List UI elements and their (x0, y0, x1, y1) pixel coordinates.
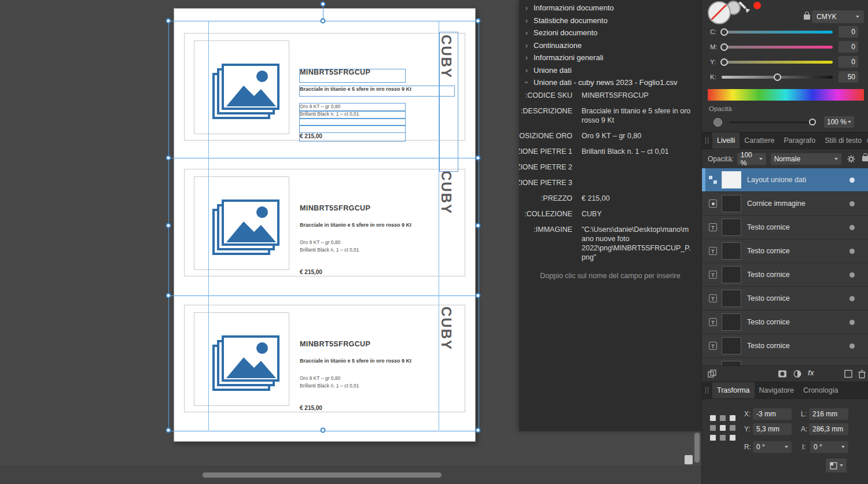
layers-opacity-dropdown[interactable]: 100 % (737, 153, 766, 165)
scroll-corner-button[interactable] (685, 455, 693, 464)
field-group-row[interactable]: ›Continuazione (519, 39, 701, 52)
transform-options-button[interactable] (826, 459, 847, 472)
merge-field-row[interactable]: ZIONE PIETRE 2: (519, 162, 701, 172)
anchor-cell[interactable] (720, 435, 726, 441)
adjustment-layer-button[interactable] (793, 370, 801, 378)
selection-handle[interactable] (476, 293, 481, 298)
tab-livelli[interactable]: Livelli (712, 132, 740, 149)
opacity-slider[interactable] (729, 121, 816, 123)
visibility-dot-icon[interactable] (849, 343, 855, 349)
visibility-dot-icon[interactable] (849, 296, 855, 301)
anchor-cell[interactable] (710, 425, 716, 431)
selection-handle[interactable] (166, 19, 171, 24)
anchor-cell[interactable] (730, 435, 735, 441)
color-spectrum-bar[interactable] (708, 89, 864, 101)
yellow-value-input[interactable]: 0 (838, 56, 858, 68)
cyan-value-input[interactable]: 0 (838, 26, 858, 38)
selection-handle[interactable] (166, 223, 171, 228)
anchor-cell[interactable] (710, 415, 716, 421)
lock-icon[interactable] (862, 156, 868, 161)
visibility-dot-icon[interactable] (849, 272, 855, 278)
shear-dropdown[interactable]: 0 ° (810, 441, 848, 453)
fill-swatch-none-icon[interactable] (708, 1, 731, 24)
slider-handle[interactable] (720, 28, 728, 36)
mask-layer-button[interactable] (778, 370, 787, 378)
magenta-slider[interactable] (722, 46, 833, 49)
anchor-cell[interactable] (720, 415, 726, 421)
yellow-slider[interactable] (722, 61, 833, 64)
visibility-dot-icon[interactable] (849, 320, 855, 325)
gear-icon[interactable] (847, 155, 855, 163)
merge-field-row[interactable]: CODICE SKU:MINBRT5SFRGCUP (519, 91, 701, 100)
selection-handle[interactable] (166, 156, 171, 161)
panel-grip-icon[interactable] (705, 387, 708, 394)
field-group-row[interactable]: ›Informazioni generali (519, 51, 701, 64)
selection-handle[interactable] (476, 19, 481, 24)
field-group-row[interactable]: ›Sezioni documento (519, 27, 701, 39)
selection-handle[interactable] (321, 428, 326, 433)
current-color-dot-icon[interactable] (753, 2, 761, 9)
layer-row[interactable]: T Testo cornice (702, 216, 868, 239)
merge-field-row[interactable]: IMMAGINE:"C:\Users\danie\Desktop\mano\ma… (519, 225, 701, 262)
merge-field-row[interactable]: PREZZO:€ 215,00 (519, 194, 701, 203)
slider-handle[interactable] (774, 73, 781, 81)
slider-handle[interactable] (720, 58, 728, 66)
tab-trasforma[interactable]: Trasforma (712, 382, 755, 398)
cyan-slider[interactable] (722, 31, 833, 34)
layer-row[interactable]: T Testo cornice (702, 263, 868, 287)
opacity-value-dropdown[interactable]: 100 % (824, 116, 854, 128)
blend-mode-dropdown[interactable]: Normale (771, 153, 841, 165)
tab-stili-di-testo[interactable]: Stili di testo (820, 132, 866, 149)
magenta-value-input[interactable]: 0 (838, 41, 858, 53)
duplicate-layer-button[interactable] (708, 370, 716, 378)
layer-row[interactable]: Cornice immagine (702, 192, 868, 216)
width-input[interactable]: 216 mm (809, 408, 848, 420)
selection-handle[interactable] (476, 428, 481, 433)
selection-handle[interactable] (476, 156, 481, 161)
rotation-dropdown[interactable]: 0 ° (753, 441, 792, 453)
merge-field-row[interactable]: OSIZIONE ORO:Oro 9 KT – gr 0,80 (519, 131, 701, 141)
vertical-scrollbar[interactable] (694, 433, 700, 463)
add-layer-button[interactable] (844, 370, 852, 378)
anchor-cell[interactable] (730, 415, 735, 421)
layer-row[interactable]: T Testo cornice (702, 311, 868, 334)
color-mode-dropdown[interactable]: CMYK (812, 10, 864, 23)
slider-handle[interactable] (809, 119, 816, 125)
panel-grip-icon[interactable] (705, 137, 708, 144)
lock-icon[interactable] (804, 14, 810, 20)
rotation-handle[interactable] (321, 2, 326, 7)
tab-carattere[interactable]: Carattere (740, 132, 779, 149)
visibility-dot-icon[interactable] (849, 249, 855, 254)
field-group-row[interactable]: ›Unione dati (519, 64, 701, 77)
delete-layer-button[interactable] (858, 370, 866, 379)
horizontal-scrollbar[interactable] (203, 472, 442, 478)
eyedropper-icon[interactable] (735, 0, 754, 17)
layer-row[interactable]: T Testo cornice (702, 287, 868, 311)
merge-field-row[interactable]: ZIONE PIETRE 1:Brillanti Black n. 1 – ct… (519, 147, 701, 156)
selection-handle[interactable] (321, 19, 326, 24)
field-group-row-expanded[interactable]: ›Unione dati - cuby news 2023 - Foglio1.… (519, 76, 701, 89)
black-slider[interactable] (722, 76, 833, 79)
anchor-cell[interactable] (730, 425, 735, 431)
tab-cronologia[interactable]: Cronologia (799, 382, 843, 398)
layer-row[interactable]: Layout unione dati (702, 168, 868, 192)
merge-field-row[interactable]: DESCRIZIONE:Bracciale in titanio e 5 sfe… (519, 106, 701, 125)
layer-row[interactable]: T (702, 358, 868, 365)
layer-row[interactable]: T Testo cornice (702, 334, 868, 358)
anchor-cell[interactable] (710, 435, 716, 441)
layer-row[interactable]: T Testo cornice (702, 239, 868, 263)
visibility-dot-icon[interactable] (849, 225, 855, 230)
selection-handle[interactable] (166, 293, 171, 298)
merge-field-row[interactable]: ZIONE PIETRE 3: (519, 178, 701, 187)
black-value-input[interactable]: 50 (838, 71, 858, 83)
x-input[interactable]: -3 mm (753, 408, 792, 420)
tab-paragrafo[interactable]: Paragrafo (779, 132, 820, 149)
field-group-row[interactable]: ›Informazioni documento (519, 2, 701, 14)
slider-handle[interactable] (720, 43, 728, 51)
tab-navigatore[interactable]: Navigatore (755, 382, 799, 398)
visibility-dot-icon[interactable] (849, 201, 855, 206)
y-input[interactable]: 5,3 mm (753, 423, 792, 435)
visibility-dot-icon[interactable] (849, 178, 855, 183)
selection-handle[interactable] (166, 428, 171, 433)
fx-button[interactable]: fx (808, 369, 814, 377)
